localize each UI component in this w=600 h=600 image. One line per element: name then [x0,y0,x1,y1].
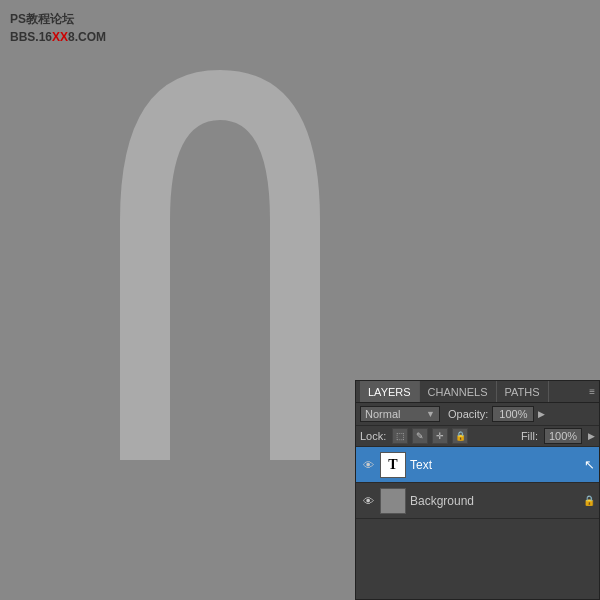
watermark-topleft: PS教程论坛 BBS.16XX8.COM [10,10,106,46]
opacity-input[interactable]: 100% [492,406,534,422]
layer-name-background: Background [410,494,579,508]
tab-paths[interactable]: PATHS [497,381,549,402]
watermark-line2: BBS.16XX8.COM [10,28,106,46]
layer-thumb-background [380,488,406,514]
layer-lock-icon: 🔒 [583,495,595,506]
fill-input[interactable]: 100% [544,428,582,444]
layers-list: 👁 T Text ↖ 👁 Background 🔒 [356,447,599,519]
panel-menu-icon[interactable]: ≡ [589,386,595,397]
opacity-label: Opacity: [448,408,488,420]
lock-transparent-btn[interactable]: ⬚ [392,428,408,444]
lock-fill-row: Lock: ⬚ ✎ ✛ 🔒 Fill: 100% ▶ [356,426,599,447]
layer-row-text[interactable]: 👁 T Text ↖ [356,447,599,483]
layer-name-text: Text [410,458,580,472]
lock-all-btn[interactable]: 🔒 [452,428,468,444]
blend-mode-arrow[interactable]: ▼ [426,409,435,419]
layer-eye-text[interactable]: 👁 [360,457,376,473]
opacity-arrow[interactable]: ▶ [538,409,545,419]
layer-row-background[interactable]: 👁 Background 🔒 [356,483,599,519]
lock-move-btn[interactable]: ✛ [432,428,448,444]
tab-layers[interactable]: LAYERS [360,381,420,402]
fill-label: Fill: [521,430,538,442]
cursor-indicator: ↖ [584,457,595,472]
fill-arrow[interactable]: ▶ [588,431,595,441]
blend-mode-select[interactable]: Normal ▼ [360,406,440,422]
svg-rect-0 [170,270,270,400]
letter-shape [60,30,380,460]
lock-label: Lock: [360,430,386,442]
layers-panel: LAYERS CHANNELS PATHS ≡ Normal ▼ Opacity… [355,380,600,600]
watermark-line1: PS教程论坛 [10,10,106,28]
canvas: PS教程论坛 BBS.16XX8.COM 活力盒子 OLIHE.COM LAYE… [0,0,600,600]
blend-opacity-row: Normal ▼ Opacity: 100% ▶ [356,403,599,426]
lock-paint-btn[interactable]: ✎ [412,428,428,444]
panel-tabs: LAYERS CHANNELS PATHS ≡ [356,381,599,403]
lock-icons: ⬚ ✎ ✛ 🔒 [392,428,468,444]
layer-eye-background[interactable]: 👁 [360,493,376,509]
layer-thumb-text: T [380,452,406,478]
tab-channels[interactable]: CHANNELS [420,381,497,402]
